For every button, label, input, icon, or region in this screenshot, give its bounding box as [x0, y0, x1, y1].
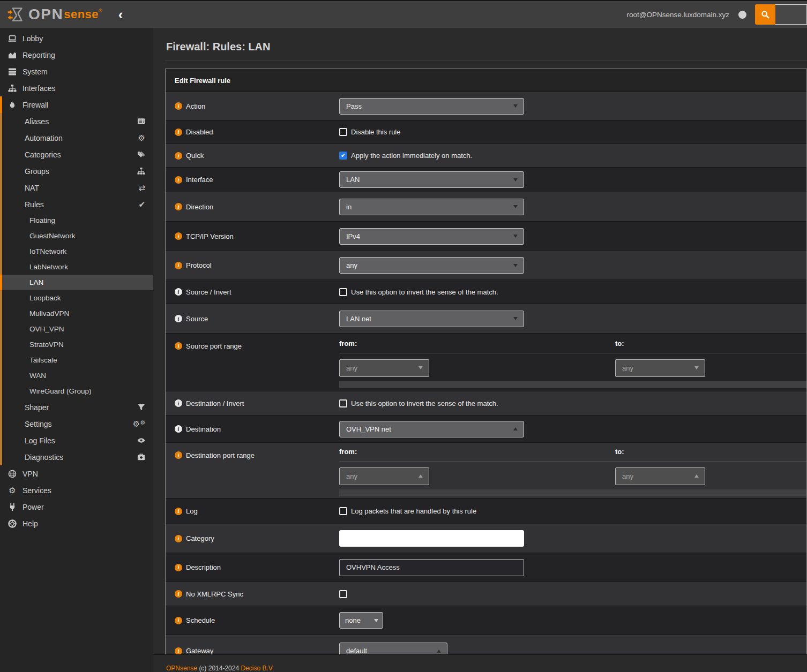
info-icon[interactable]: i: [175, 152, 182, 160]
sidebar-item-labnetwork[interactable]: LabNetwork: [2, 259, 153, 275]
category-input[interactable]: [339, 530, 524, 547]
info-icon[interactable]: i: [175, 590, 182, 598]
cog-icon: ⚙: [138, 134, 145, 142]
info-icon[interactable]: i: [175, 102, 182, 110]
info-icon[interactable]: i: [175, 342, 182, 350]
destination-select[interactable]: OVH_VPN net: [339, 421, 524, 437]
logged-in-user: root@OPNsense.luxdomain.xyz: [626, 11, 729, 19]
source-invert-checkbox[interactable]: [339, 288, 347, 296]
info-icon[interactable]: i: [175, 535, 182, 542]
info-icon[interactable]: i: [175, 262, 182, 269]
info-icon[interactable]: i: [175, 451, 182, 459]
sidebar-item-help[interactable]: Help: [0, 515, 153, 532]
search-button[interactable]: [755, 4, 775, 25]
info-icon[interactable]: i: [175, 315, 182, 322]
interface-select[interactable]: LAN: [339, 171, 524, 188]
protocol-select[interactable]: any: [339, 257, 524, 274]
sidebar-item-lobby[interactable]: Lobby: [0, 30, 153, 47]
from-column-header: from:: [339, 448, 357, 456]
sidebar-item-loopback[interactable]: Loopback: [2, 290, 153, 306]
sidebar-item-firewall[interactable]: Firewall: [0, 96, 153, 113]
info-icon[interactable]: i: [175, 288, 182, 296]
sidebar-item-rules[interactable]: Rules✔: [2, 196, 153, 213]
disabled-checkbox[interactable]: [339, 128, 347, 136]
destination-port-range-from-selected-value: any: [346, 472, 357, 480]
search-input[interactable]: [775, 4, 807, 25]
schedule-select[interactable]: none: [339, 612, 383, 629]
exchange-icon: ⇄: [138, 184, 145, 192]
form-row-quick: iQuick✔Apply the action immediately on m…: [166, 144, 806, 168]
field-label: iSource / Invert: [166, 280, 339, 304]
info-icon[interactable]: i: [175, 508, 182, 515]
fire-icon: [8, 101, 17, 109]
sidebar-item-stratovpn[interactable]: StratoVPN: [2, 337, 153, 352]
field-label-text: Destination: [186, 425, 221, 433]
form-row-source-port-range: iSource port rangefrom:to:anyany: [166, 334, 806, 391]
sidebar-item-automation[interactable]: Automation⚙: [2, 130, 153, 146]
schedule-selected-value: none: [345, 616, 361, 624]
sidebar-item-log-files[interactable]: Log Files: [2, 432, 153, 449]
sidebar-item-aliases[interactable]: Aliases: [2, 113, 153, 130]
sidebar-item-vpn[interactable]: VPN: [0, 465, 153, 482]
sidebar-item-guestnetwork[interactable]: GuestNetwork: [2, 228, 153, 244]
sidebar-item-mullvadvpn[interactable]: MullvadVPN: [2, 306, 153, 321]
quick-checkbox[interactable]: ✔: [339, 152, 347, 160]
sidebar-item-services[interactable]: ⚙Services: [0, 482, 153, 499]
horizontal-scrollbar[interactable]: [339, 381, 806, 388]
tcpip-version-select[interactable]: IPv4: [339, 228, 524, 245]
info-icon[interactable]: i: [175, 617, 182, 624]
sidebar-item-nat[interactable]: NAT⇄: [2, 179, 153, 196]
info-icon[interactable]: i: [175, 203, 182, 210]
log-checkbox[interactable]: [339, 507, 347, 515]
field-label: iCategory: [166, 524, 339, 553]
info-icon[interactable]: i: [175, 129, 182, 136]
field-label-text: Source port range: [186, 342, 242, 350]
info-icon[interactable]: i: [175, 647, 182, 655]
sidebar-item-interfaces[interactable]: Interfaces: [0, 80, 153, 96]
direction-select[interactable]: in: [339, 199, 524, 215]
source-port-range-from-select[interactable]: any: [339, 359, 429, 377]
opnsense-footer-link[interactable]: OPNsense: [166, 665, 197, 672]
sidebar-item-label: Floating: [29, 216, 55, 224]
sidebar-item-reporting[interactable]: Reporting: [0, 47, 153, 63]
info-icon[interactable]: i: [175, 564, 182, 571]
action-select[interactable]: Pass: [339, 98, 524, 115]
info-icon[interactable]: i: [175, 425, 182, 433]
sidebar-item-tailscale[interactable]: Tailscale: [2, 352, 153, 368]
no-xmlrpc-sync-checkbox[interactable]: [339, 590, 347, 598]
sidebar-item-shaper[interactable]: Shaper: [2, 399, 153, 416]
direction-selected-value: in: [346, 203, 352, 211]
gateway-selected-value: default: [346, 647, 367, 654]
gateway-select[interactable]: default: [339, 643, 447, 654]
field-control-area: any: [339, 251, 806, 280]
destination-port-range-to-select[interactable]: any: [615, 467, 705, 485]
destination-invert-checkbox[interactable]: [339, 399, 347, 407]
sidebar-item-groups[interactable]: Groups: [2, 163, 153, 179]
info-icon[interactable]: i: [175, 232, 182, 240]
field-label: iLog: [166, 499, 339, 524]
sidebar-item-lan[interactable]: LAN: [0, 275, 153, 290]
source-port-range-to-select[interactable]: any: [615, 359, 705, 377]
description-input[interactable]: OVHVPN Access: [339, 559, 524, 576]
sidebar-item-diagnostics[interactable]: Diagnostics: [2, 449, 153, 465]
to-column-header: to:: [615, 339, 624, 348]
sidebar-item-floating[interactable]: Floating: [2, 213, 153, 228]
sidebar-item-system[interactable]: System: [0, 63, 153, 80]
sidebar-item-iotnetwork[interactable]: IoTNetwork: [2, 244, 153, 259]
field-label-text: No XMLRPC Sync: [186, 590, 243, 598]
form-row-source-invert: iSource / InvertUse this option to inver…: [166, 280, 806, 304]
sidebar-item-power[interactable]: Power: [0, 499, 153, 515]
destination-port-range-from-select[interactable]: any: [339, 467, 429, 485]
info-icon[interactable]: i: [175, 176, 182, 184]
sidebar-item-wan[interactable]: WAN: [2, 368, 153, 383]
info-icon[interactable]: i: [175, 399, 182, 407]
source-select[interactable]: LAN net: [339, 311, 524, 327]
sidebar-item-categories[interactable]: Categories: [2, 146, 153, 163]
sidebar-item-wireguard-group[interactable]: WireGuard (Group): [2, 383, 153, 399]
opnsense-logo[interactable]: OPNsense®: [7, 5, 102, 24]
deciso-footer-link[interactable]: Deciso B.V.: [241, 665, 274, 672]
horizontal-scrollbar[interactable]: [339, 489, 806, 496]
field-label-text: Source / Invert: [186, 288, 231, 296]
sidebar-item-ovh-vpn[interactable]: OVH_VPN: [2, 321, 153, 337]
sidebar-item-settings[interactable]: Settings⚙⚙: [2, 416, 153, 432]
